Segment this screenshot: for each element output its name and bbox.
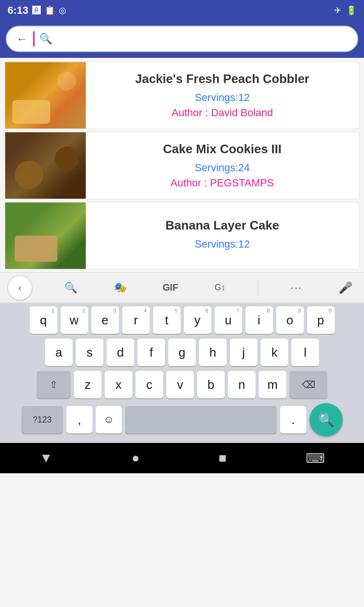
keyboard: q1 w2 e3 r4 t5 y6 u7 i8 o9 p0 a s d f g … (0, 303, 364, 443)
sync-icon: ◎ (59, 5, 66, 16)
recipe-image-cobbler (5, 62, 86, 129)
status-bar: 6:13 🅰 📋 ◎ ✈ 🔋 (0, 0, 364, 21)
key-m[interactable]: m (259, 371, 286, 398)
status-right-icons: ✈ 🔋 (334, 5, 356, 16)
recipe-item-cobbler[interactable]: Jackie's Fresh Peach Cobbler Servings:12… (5, 62, 359, 129)
key-d[interactable]: d (107, 339, 134, 366)
airplane-icon: ✈ (334, 5, 341, 16)
key-shift[interactable]: ⇧ (36, 371, 71, 398)
key-z[interactable]: z (74, 371, 101, 398)
recipe-title-cobbler: Jackie's Fresh Peach Cobbler (95, 72, 349, 86)
recipe-image-banana (5, 202, 86, 269)
key-i[interactable]: i8 (246, 306, 273, 334)
battery-icon: 🔋 (346, 5, 356, 16)
key-y[interactable]: y6 (184, 306, 211, 334)
recipe-list: Jackie's Fresh Peach Cobbler Servings:12… (0, 58, 364, 269)
key-s[interactable]: s (76, 339, 103, 366)
recipe-item-cookies[interactable]: Cake Mix Cookies III Servings:24 Author … (5, 132, 359, 199)
recipe-servings-cookies: Servings:24 (95, 162, 349, 174)
recipe-text-banana: Banana Layer Cake Servings:12 (86, 211, 359, 260)
key-c[interactable]: c (136, 371, 163, 398)
recipe-servings-banana: Servings:12 (95, 238, 349, 250)
recipe-text-cobbler: Jackie's Fresh Peach Cobbler Servings:12… (86, 64, 359, 126)
recipe-author-cobbler: Author : David Boland (95, 107, 349, 119)
cobbler-image (5, 62, 86, 129)
keyboard-icon: 🅰 (32, 6, 41, 16)
key-h[interactable]: h (199, 339, 227, 366)
key-u[interactable]: u7 (215, 306, 242, 334)
key-b[interactable]: b (197, 371, 225, 398)
nav-keyboard-button[interactable]: ⌨ (306, 451, 325, 466)
key-period[interactable]: . (280, 406, 306, 433)
key-p[interactable]: p0 (307, 306, 335, 334)
key-emoji[interactable]: ☺ (96, 406, 122, 433)
keyboard-search-button[interactable]: 🔍 (309, 403, 343, 436)
search-cursor (33, 31, 35, 46)
toolbar-back-button[interactable]: ‹ (8, 276, 32, 300)
keyboard-row-2: a s d f g h j k l (2, 339, 362, 366)
toolbar-more-button[interactable]: ··· (287, 278, 306, 298)
key-v[interactable]: v (166, 371, 194, 398)
toolbar-translate-icon[interactable]: G↕ (211, 279, 229, 296)
key-q[interactable]: q1 (30, 306, 57, 334)
bottom-nav: ▼ ● ■ ⌨ (0, 443, 364, 473)
key-f[interactable]: f (137, 339, 165, 366)
keyboard-row-3: ⇧ z x c v b n m ⌫ (2, 371, 362, 398)
key-e[interactable]: e3 (91, 306, 119, 334)
back-button[interactable]: ← (14, 30, 29, 47)
toolbar-mic-icon[interactable]: 🎤 (335, 277, 356, 298)
notes-icon: 📋 (45, 5, 55, 16)
key-comma[interactable]: , (66, 406, 92, 433)
recipe-title-cookies: Cake Mix Cookies III (95, 142, 349, 156)
key-space[interactable] (125, 406, 277, 433)
keyboard-row-1: q1 w2 e3 r4 t5 y6 u7 i8 o9 p0 (2, 306, 362, 334)
key-k[interactable]: k (261, 339, 288, 366)
key-j[interactable]: j (230, 339, 257, 366)
cookies-image (5, 132, 86, 199)
keyboard-toolbar: ‹ 🔍 🎭 GIF G↕ ··· 🎤 (0, 272, 364, 303)
key-t[interactable]: t5 (153, 306, 181, 334)
key-o[interactable]: o9 (276, 306, 304, 334)
search-bar-container: ← 🔍 (0, 21, 364, 58)
key-w[interactable]: w2 (61, 306, 88, 334)
nav-back-button[interactable]: ▼ (39, 451, 53, 466)
toolbar-divider (258, 280, 258, 295)
recipe-author-cookies: Author : PEGSTAMPS (95, 177, 349, 189)
keyboard-row-4: ?123 , ☺ . 🔍 (2, 403, 362, 436)
recipe-item-banana[interactable]: Banana Layer Cake Servings:12 (5, 202, 359, 269)
recipe-image-cookies (5, 132, 86, 199)
key-x[interactable]: x (105, 371, 132, 398)
recipe-text-cookies: Cake Mix Cookies III Servings:24 Author … (86, 134, 359, 196)
status-left: 6:13 🅰 📋 ◎ (8, 4, 66, 17)
key-num-switch[interactable]: ?123 (21, 406, 63, 433)
key-l[interactable]: l (291, 339, 319, 366)
search-bar[interactable]: ← 🔍 (6, 26, 358, 52)
recipe-servings-cobbler: Servings:12 (95, 92, 349, 104)
toolbar-gif-button[interactable]: GIF (159, 278, 182, 297)
banana-image (5, 202, 86, 269)
keyboard-search-icon: 🔍 (318, 412, 335, 428)
nav-recent-button[interactable]: ■ (218, 451, 227, 466)
key-r[interactable]: r4 (122, 306, 150, 334)
key-a[interactable]: a (45, 339, 73, 366)
key-n[interactable]: n (228, 371, 255, 398)
toolbar-emoji-icon[interactable]: 🎭 (110, 278, 130, 298)
nav-home-button[interactable]: ● (132, 451, 140, 466)
recipe-title-banana: Banana Layer Cake (95, 218, 349, 233)
search-icon: 🔍 (39, 33, 52, 45)
toolbar-search-icon[interactable]: 🔍 (61, 278, 81, 298)
key-delete[interactable]: ⌫ (290, 371, 328, 398)
key-g[interactable]: g (168, 339, 196, 366)
status-time: 6:13 (8, 4, 28, 17)
